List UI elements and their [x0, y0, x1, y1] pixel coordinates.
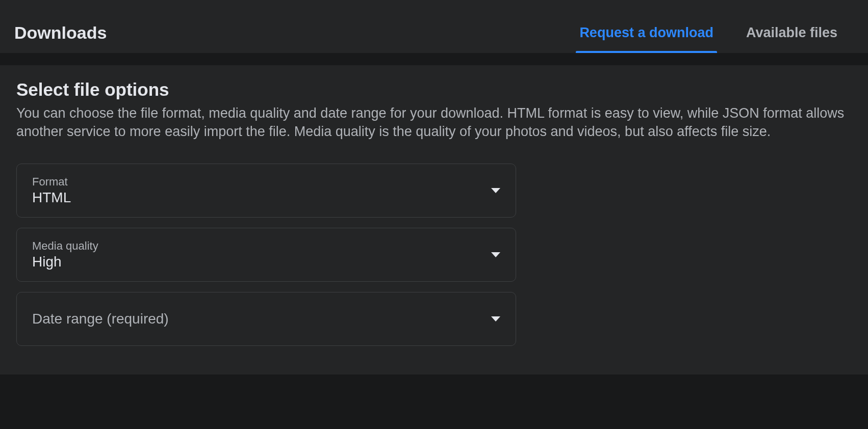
page-title: Downloads — [14, 23, 107, 43]
section-description: You can choose the file format, media qu… — [16, 104, 852, 141]
tab-label: Request a download — [579, 25, 713, 41]
media-quality-select[interactable]: Media quality High — [16, 228, 516, 282]
select-value: High — [32, 254, 98, 270]
content-panel: Select file options You can choose the f… — [0, 65, 868, 374]
select-value: HTML — [32, 190, 71, 206]
format-select[interactable]: Format HTML — [16, 164, 516, 218]
caret-down-icon — [491, 188, 500, 193]
section-title: Select file options — [16, 79, 852, 100]
select-text: Media quality High — [32, 239, 98, 270]
select-label: Format — [32, 175, 71, 189]
caret-down-icon — [491, 252, 500, 257]
select-placeholder: Date range (required) — [32, 311, 169, 327]
caret-down-icon — [491, 316, 500, 321]
tab-request-download[interactable]: Request a download — [563, 12, 730, 53]
page-header: Downloads Request a download Available f… — [0, 0, 868, 53]
select-text: Date range (required) — [32, 311, 169, 327]
tab-bar: Request a download Available files — [563, 12, 854, 53]
date-range-select[interactable]: Date range (required) — [16, 292, 516, 346]
select-column: Format HTML Media quality High Date rang… — [16, 164, 516, 346]
select-text: Format HTML — [32, 175, 71, 206]
tab-label: Available files — [746, 25, 837, 41]
select-label: Media quality — [32, 239, 98, 253]
tab-available-files[interactable]: Available files — [730, 12, 854, 53]
